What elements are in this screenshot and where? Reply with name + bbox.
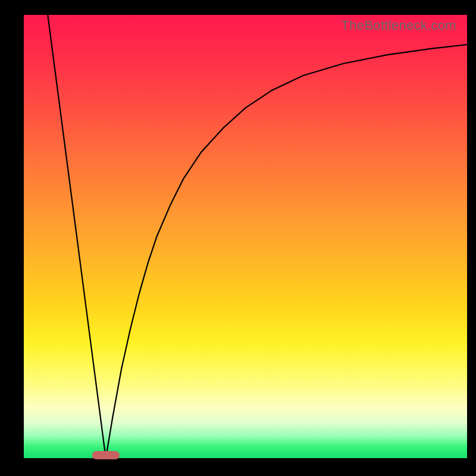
plot-area: TheBottleneck.com bbox=[24, 15, 467, 458]
bottleneck-marker bbox=[92, 451, 120, 459]
right-curve bbox=[106, 45, 467, 458]
left-line bbox=[48, 15, 106, 458]
chart-frame: TheBottleneck.com bbox=[0, 0, 476, 476]
curves-svg bbox=[24, 15, 467, 458]
